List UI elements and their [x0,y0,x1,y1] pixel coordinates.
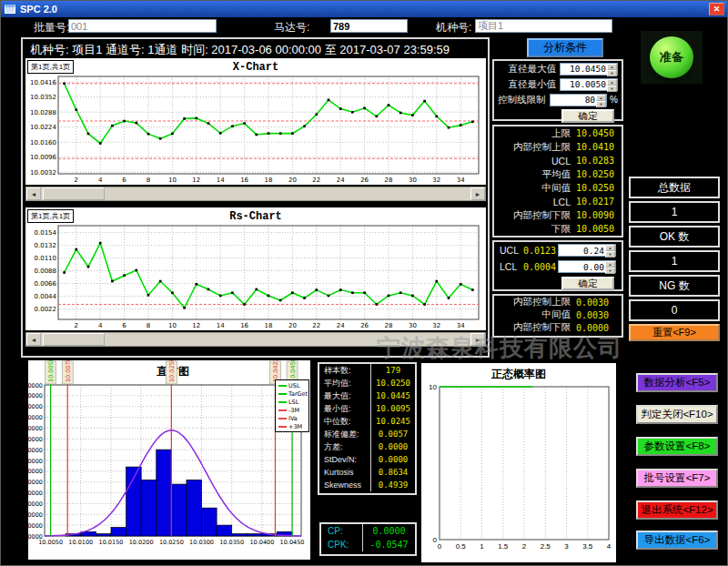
batch-input[interactable] [68,19,217,33]
diameter-max-input[interactable] [561,64,607,75]
action-button-2[interactable]: 判定关闭<F10> [636,405,718,424]
control-limit-stepper[interactable]: ▲▼ [550,94,608,106]
motor-input[interactable] [330,19,408,33]
svg-text:25.0000: 25.0000 [28,479,43,486]
legend-dash-icon [278,385,287,387]
action-button-5[interactable]: 退出系统<F12> [636,500,718,520]
diameter-min-label: 直径最小值 [498,78,560,91]
svg-text:20.0000: 20.0000 [28,490,43,497]
lcl-input[interactable] [559,261,605,272]
stats-label: Kurtosis [319,466,371,479]
action-button-3[interactable]: 参数设置<F8> [636,437,718,456]
histogram-panel: 0.00005.000010.000015.000020.000025.0000… [28,360,310,560]
spin-up-icon[interactable]: ▲ [596,95,606,101]
stats-row: StDev/N:0.0000 [319,453,415,466]
svg-text:26: 26 [360,177,369,184]
control-limit-input[interactable] [551,95,597,106]
svg-text:34: 34 [457,177,465,184]
svg-text:45.0000: 45.0000 [28,436,43,443]
diameter-min-stepper[interactable]: ▲▼ [560,78,618,91]
spin-down-icon[interactable]: ▼ [605,251,615,258]
spin-down-icon[interactable]: ▼ [605,268,615,274]
scroll-left-icon[interactable]: ◄ [26,187,41,200]
spin-up-icon[interactable]: ▲ [607,64,617,70]
limit-label: 内部控制下限 [500,209,576,222]
svg-text:22: 22 [312,177,320,184]
scrollbar-thumb[interactable] [43,187,105,200]
spin-down-icon[interactable]: ▼ [596,101,606,107]
svg-text:12: 12 [192,322,200,329]
diameter-confirm-button[interactable]: 确定 [561,109,614,123]
spin-up-icon[interactable]: ▲ [605,245,615,251]
legend-dash-icon [278,409,287,411]
stats-value: 0.4939 [371,480,415,490]
diameter-min-input[interactable] [561,79,607,90]
reset-button[interactable]: 重置<F9> [629,324,720,341]
svg-text:24: 24 [337,177,345,184]
stats-row: Kurtosis0.8634 [319,466,415,479]
limit-value: 10.0450 [576,128,616,138]
normal-probability-title: 正态概率图 [421,367,616,382]
legend-label: USL [288,382,300,389]
svg-text:20: 20 [288,177,297,184]
legend-entry: TarGet [278,389,308,398]
svg-text:10.0096: 10.0096 [30,154,56,161]
rs-chart-scrollbar[interactable]: ◄ ► [25,332,486,347]
cp-value: 0.0000 [363,526,415,536]
scroll-left-icon[interactable]: ◄ [26,333,41,346]
svg-text:10.0350: 10.0350 [219,539,244,546]
model-input[interactable] [475,19,612,33]
close-icon[interactable]: ✕ [709,3,724,15]
channel-time-info: 机种号: 项目1 通道号: 1通道 时间: 2017-03-06 00:00:0… [30,42,450,58]
svg-text:12: 12 [192,177,200,184]
stats-row: 样本数:179 [319,364,415,377]
diameter-max-stepper[interactable]: ▲▼ [560,63,618,76]
svg-text:28: 28 [385,322,393,329]
lcl-stepper[interactable]: ▲▼ [558,260,616,273]
svg-text:14: 14 [217,322,225,329]
scrollbar-track[interactable] [41,333,470,346]
svg-text:16: 16 [240,177,248,184]
limit-value: 10.0050 [576,224,616,234]
scrollbar-track[interactable] [41,187,470,200]
stats-value: 0.0000 [371,455,415,464]
limit-value: 10.0410 [576,142,616,152]
rs-confirm-button[interactable]: 确定 [561,277,614,290]
scroll-right-icon[interactable]: ► [470,187,485,200]
counter-label: 总数据 [629,177,720,198]
spin-down-icon[interactable]: ▼ [607,86,617,92]
counter-value: 1 [629,250,720,272]
ready-lamp: 准备 [650,36,693,78]
ucl-stepper[interactable]: ▲▼ [558,244,616,257]
limit-row: 中间值10.0250 [494,181,622,195]
spin-up-icon[interactable]: ▲ [605,261,615,268]
motor-label: 马达号: [274,20,309,35]
rs-limit-value: 0.0030 [576,310,616,320]
cp-value: -0.0547 [363,540,415,550]
limit-row: LCL10.0217 [494,195,622,208]
scrollbar-thumb[interactable] [43,333,105,346]
stats-value: 10.0095 [371,404,415,413]
counter-label: OK 数 [629,226,720,248]
ucl-input[interactable] [559,245,605,256]
stats-label: 中位数: [319,415,371,428]
statistics-panel: 样本数:179平均值:10.0250最大值:10.0445最小值:10.0095… [318,362,417,495]
action-button-1[interactable]: 数据分析<F5> [636,373,718,392]
scroll-right-icon[interactable]: ► [470,333,485,346]
ucl-value: 0.0123 [523,246,558,256]
spin-down-icon[interactable]: ▼ [607,70,617,76]
analysis-condition-button[interactable]: 分析条件 [527,38,603,57]
spin-up-icon[interactable]: ▲ [607,79,617,86]
svg-text:0: 0 [438,542,442,551]
action-button-4[interactable]: 批号设置<F7> [636,469,718,488]
svg-text:50.0000: 50.0000 [28,425,43,432]
stats-value: 10.0245 [371,417,415,426]
x-chart-scrollbar[interactable]: ◄ ► [25,187,486,201]
limit-row: 平均值10.0250 [494,167,622,181]
legend-dash-icon [278,393,287,395]
svg-text:1.5: 1.5 [498,542,509,551]
action-button-6[interactable]: 导出数据<F6> [636,531,718,550]
svg-text:10.0078: 10.0078 [65,360,72,382]
legend-dash-icon [278,426,287,428]
svg-text:10.0300: 10.0300 [189,539,214,546]
